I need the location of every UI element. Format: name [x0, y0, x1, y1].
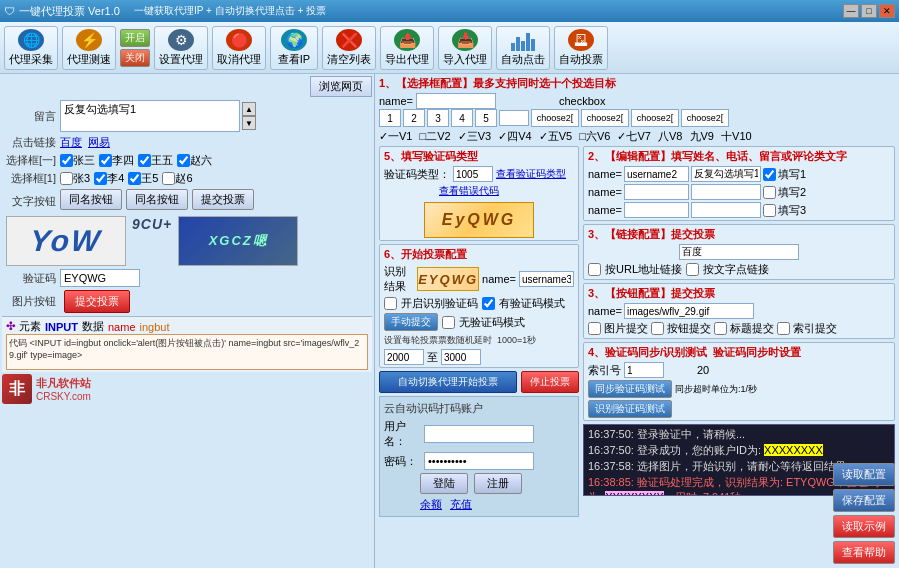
text-link-cb[interactable] [686, 262, 699, 277]
toolbar-view-ip[interactable]: 🌍 查看IP [270, 26, 318, 70]
element-row: ✣ 元素 INPUT 数据 name ingbut [6, 319, 368, 334]
ef2-value-input[interactable] [691, 184, 761, 200]
maximize-button[interactable]: □ [861, 4, 877, 18]
interval-to-input[interactable] [441, 349, 481, 365]
section6: 6、开始投票配置 识别结果 EYQWG name= 开启识别验证码 有验证码模式 [379, 244, 579, 368]
stop-proxy-button[interactable]: 关闭 [120, 49, 150, 67]
read-config-button[interactable]: 读取配置 [833, 463, 895, 486]
num-extra-input[interactable] [499, 110, 529, 126]
manual-submit-button[interactable]: 手动提交 [384, 313, 438, 331]
toolbar-clear-list[interactable]: ❌ 清空列表 [322, 26, 376, 70]
cloud-login: 云自动识码打码账户 用户名： 密码： 登陆 注册 余额 [379, 396, 579, 517]
url-link-cb[interactable] [588, 262, 601, 277]
brand-domain: CRSKY.com [36, 391, 91, 402]
import-proxy-icon: 📥 [452, 29, 478, 51]
section1-name-input[interactable] [416, 93, 496, 109]
same-name-btn2[interactable]: 同名按钮 [126, 189, 188, 210]
start-auto-vote-button[interactable]: 自动切换代理开始投票 [379, 371, 517, 393]
code-type-input[interactable] [453, 166, 493, 182]
open-recognize-cb[interactable] [384, 297, 397, 310]
comment-down-button[interactable]: ▼ [242, 116, 256, 130]
ef1-value-input[interactable] [691, 166, 761, 182]
minimize-button[interactable]: — [843, 4, 859, 18]
submit-image-button[interactable]: 提交投票 [64, 290, 130, 313]
captcha-sample: EyQWG [384, 202, 574, 238]
cb-v1: ✓一V1 [379, 129, 412, 144]
cb-zhaoliu[interactable]: 赵六 [177, 153, 212, 168]
ef1-name-input[interactable] [624, 166, 689, 182]
close-button[interactable]: ✕ [879, 4, 895, 18]
branding-area: 非 非凡软件站 CRSKY.com [2, 374, 372, 404]
has-captcha-cb[interactable] [482, 297, 495, 310]
balance-link[interactable]: 余额 [420, 497, 442, 512]
ef3-value-input[interactable] [691, 202, 761, 218]
toolbar-set-proxy[interactable]: ⚙ 设置代理 [154, 26, 208, 70]
recharge-link[interactable]: 充值 [450, 497, 472, 512]
no-captcha-cb[interactable] [442, 316, 455, 329]
login-button[interactable]: 登陆 [420, 473, 468, 494]
view-help-button[interactable]: 查看帮助 [833, 541, 895, 564]
start-proxy-button[interactable]: 开启 [120, 29, 150, 47]
ef1-cb[interactable] [763, 168, 776, 181]
num-1: 1 [379, 109, 401, 127]
cb-li4[interactable]: 李4 [94, 171, 124, 186]
toolbar-proxy-collect[interactable]: 🌐 代理采集 [4, 26, 58, 70]
ef3-name-input[interactable] [624, 202, 689, 218]
export-proxy-label: 导出代理 [385, 52, 429, 67]
cb-lisi[interactable]: 李四 [99, 153, 134, 168]
toolbar-proxy-speed[interactable]: ⚡ 代理测速 [62, 26, 116, 70]
ef3-cb[interactable] [763, 204, 776, 217]
ef2-name-input[interactable] [624, 184, 689, 200]
save-config-button[interactable]: 保存配置 [833, 489, 895, 512]
cb-zhang3[interactable]: 张3 [60, 171, 90, 186]
start-stop-row: 自动切换代理开始投票 停止投票 [379, 371, 579, 393]
section4-row1: 索引号 20 [588, 362, 890, 378]
submit-vote-text-btn[interactable]: 提交投票 [192, 189, 254, 210]
link-value-input[interactable] [679, 244, 799, 260]
img-submit-cb[interactable] [588, 321, 601, 336]
section6-name-input[interactable] [519, 271, 574, 287]
clear-list-label: 清空列表 [327, 52, 371, 67]
baidu-link[interactable]: 百度 [60, 135, 82, 150]
username-input[interactable] [424, 425, 534, 443]
browse-webpage-button[interactable]: 浏览网页 [310, 76, 372, 97]
register-button[interactable]: 注册 [474, 473, 522, 494]
s3btn-name-input[interactable] [624, 303, 754, 319]
section3-link-title: 3、【链接配置】提交投票 [588, 228, 715, 240]
btn-submit-cb[interactable] [651, 321, 664, 336]
stop-vote-button[interactable]: 停止投票 [521, 371, 579, 393]
cb-wangwu[interactable]: 王五 [138, 153, 173, 168]
sync-captcha-button[interactable]: 同步验证码测试 [588, 380, 672, 398]
netease-link[interactable]: 网易 [88, 135, 110, 150]
check-code-type-link[interactable]: 查看验证码类型 [496, 167, 566, 181]
serial-input[interactable] [624, 362, 664, 378]
comment-up-button[interactable]: ▲ [242, 102, 256, 116]
toolbar-cancel-proxy[interactable]: 🔴 取消代理 [212, 26, 266, 70]
password-input[interactable] [424, 452, 534, 470]
comment-textarea[interactable]: 反复勾选填写1 [60, 100, 240, 132]
ef2-cb[interactable] [763, 186, 776, 199]
cb-zhangsan[interactable]: 张三 [60, 153, 95, 168]
index-submit-cb[interactable] [777, 321, 790, 336]
comment-label: 留言 [2, 109, 60, 124]
interval-from-input[interactable] [384, 349, 424, 365]
toolbar-auto-click[interactable]: 自动点击 [496, 26, 550, 70]
element-info: ✣ 元素 INPUT 数据 name ingbut 代码 <INPUT id=i… [2, 316, 372, 372]
section1-name-label: name= [379, 95, 413, 107]
captcha-images-row: YoW 9CU+ XGCZ嗯 [6, 216, 372, 266]
toolbar-export-proxy[interactable]: 📤 导出代理 [380, 26, 434, 70]
same-name-btn1[interactable]: 同名按钮 [60, 189, 122, 210]
identify-captcha-button[interactable]: 识别验证码测试 [588, 400, 672, 418]
captcha-sample-image: EyQWG [424, 202, 534, 238]
cb-wang5[interactable]: 王5 [128, 171, 158, 186]
proxy-speed-icon: ⚡ [76, 29, 102, 51]
title-submit-cb[interactable] [714, 321, 727, 336]
read-example-button[interactable]: 读取示例 [833, 515, 895, 538]
captcha-input[interactable] [60, 269, 140, 287]
toolbar: 🌐 代理采集 ⚡ 代理测速 开启 关闭 ⚙ 设置代理 🔴 取消代理 🌍 查看IP… [0, 22, 899, 74]
check-error-code-link[interactable]: 查看错误代码 [439, 185, 499, 196]
captcha-small-text: 9CU+ [132, 216, 172, 232]
toolbar-auto-vote[interactable]: 🗳 自动投票 [554, 26, 608, 70]
toolbar-import-proxy[interactable]: 📥 导入代理 [438, 26, 492, 70]
cb-zhao6[interactable]: 赵6 [162, 171, 192, 186]
